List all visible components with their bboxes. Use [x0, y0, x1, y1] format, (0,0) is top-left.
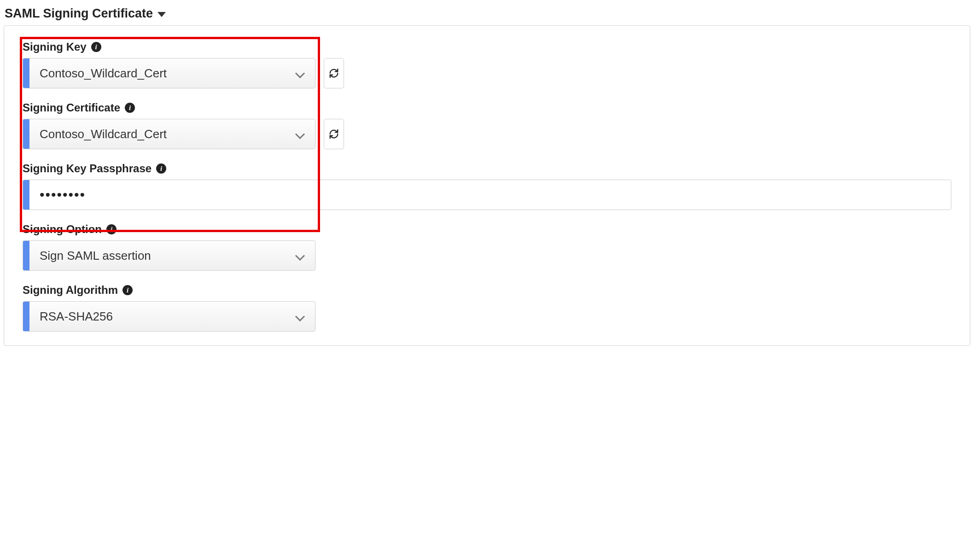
section-header[interactable]: SAML Signing Certificate [4, 4, 970, 25]
section-title: SAML Signing Certificate [5, 6, 153, 21]
control-row: Contoso_Wildcard_Cert [23, 119, 951, 149]
control-row: Contoso_Wildcard_Cert [23, 58, 951, 88]
chevron-down-icon [296, 312, 304, 321]
refresh-icon [329, 68, 339, 78]
form-group-signing-option: Signing Option i Sign SAML assertion [23, 223, 951, 271]
info-icon[interactable]: i [91, 42, 101, 52]
signing-certificate-label: Signing Certificate [23, 101, 120, 114]
signing-key-select[interactable]: Contoso_Wildcard_Cert [23, 58, 315, 88]
signing-key-passphrase-label: Signing Key Passphrase [23, 162, 152, 175]
signing-key-value: Contoso_Wildcard_Cert [40, 66, 167, 81]
chevron-down-icon [296, 251, 304, 260]
signing-option-select[interactable]: Sign SAML assertion [23, 240, 315, 271]
signing-key-label: Signing Key [23, 41, 87, 53]
caret-down-icon [157, 12, 166, 17]
info-icon[interactable]: i [125, 103, 135, 113]
refresh-signing-certificate-button[interactable] [324, 119, 344, 149]
info-icon[interactable]: i [156, 163, 166, 174]
label-row: Signing Certificate i [23, 101, 951, 114]
chevron-down-icon [296, 69, 304, 77]
select-inner: RSA-SHA256 [29, 302, 315, 331]
info-icon[interactable]: i [106, 224, 117, 234]
section-panel: Signing Key i Contoso_Wildcard_Cert [4, 25, 970, 346]
signing-option-value: Sign SAML assertion [40, 249, 151, 263]
signing-algorithm-value: RSA-SHA256 [40, 309, 113, 324]
signing-key-passphrase-field-wrap [23, 180, 951, 210]
signing-algorithm-select[interactable]: RSA-SHA256 [23, 301, 315, 332]
label-row: Signing Algorithm i [23, 284, 951, 297]
accent-bar [23, 241, 29, 270]
info-icon[interactable]: i [122, 285, 133, 295]
control-row: RSA-SHA256 [23, 301, 951, 332]
accent-bar [23, 180, 29, 210]
signing-certificate-select[interactable]: Contoso_Wildcard_Cert [23, 119, 315, 149]
refresh-signing-key-button[interactable] [324, 58, 344, 88]
form-group-signing-key: Signing Key i Contoso_Wildcard_Cert [23, 41, 951, 88]
label-row: Signing Option i [23, 223, 951, 236]
label-row: Signing Key Passphrase i [23, 162, 951, 175]
form-group-signing-certificate: Signing Certificate i Contoso_Wildcard_C… [23, 101, 951, 149]
accent-bar [23, 302, 29, 331]
signing-option-label: Signing Option [23, 223, 102, 236]
select-inner: Sign SAML assertion [29, 241, 315, 270]
label-row: Signing Key i [23, 41, 951, 53]
select-inner: Contoso_Wildcard_Cert [29, 58, 315, 88]
form-group-signing-algorithm: Signing Algorithm i RSA-SHA256 [23, 284, 951, 332]
signing-key-passphrase-input[interactable] [29, 180, 951, 210]
chevron-down-icon [296, 130, 304, 138]
accent-bar [23, 119, 29, 149]
select-inner: Contoso_Wildcard_Cert [29, 119, 315, 149]
accent-bar [23, 58, 29, 88]
control-row: Sign SAML assertion [23, 240, 951, 271]
signing-certificate-value: Contoso_Wildcard_Cert [40, 127, 167, 141]
signing-algorithm-label: Signing Algorithm [23, 284, 118, 297]
refresh-icon [329, 129, 339, 139]
form-group-signing-key-passphrase: Signing Key Passphrase i [23, 162, 951, 210]
